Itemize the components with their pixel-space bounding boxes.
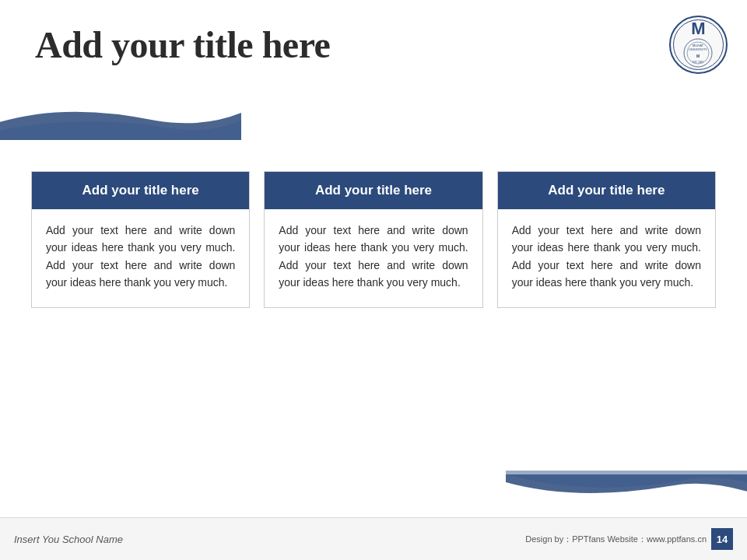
column-2: Add your title here Add your text here a…	[264, 171, 482, 308]
column-3-body-text[interactable]: Add your text here and write down your i…	[512, 222, 701, 292]
footer: Insert You School Name Design by：PPTfans…	[0, 517, 747, 560]
column-3-header-text[interactable]: Add your title here	[548, 183, 665, 198]
top-swoosh-decoration	[0, 78, 249, 140]
column-3: Add your title here Add your text here a…	[497, 171, 716, 308]
columns-container: Add your title here Add your text here a…	[31, 171, 716, 308]
page-number: 14	[711, 528, 733, 550]
footer-right: Design by：PPTfans Website：www.pptfans.cn…	[525, 528, 733, 550]
main-title[interactable]: Add your title here	[35, 23, 330, 66]
logo-subtext: MURAT UNIVERSITY M EST. 2000	[677, 37, 720, 70]
svg-text:M: M	[696, 54, 700, 58]
column-1-header-text[interactable]: Add your title here	[82, 183, 199, 198]
slide: Add your title here M MURAT UNIVERSITY M…	[0, 0, 747, 560]
svg-text:UNIVERSITY: UNIVERSITY	[689, 47, 707, 51]
column-3-body: Add your text here and write down your i…	[498, 209, 715, 307]
credit-text: Design by：PPTfans Website：www.pptfans.cn	[525, 534, 707, 545]
column-1-body: Add your text here and write down your i…	[32, 209, 249, 307]
column-1-body-text[interactable]: Add your text here and write down your i…	[46, 222, 235, 292]
column-1-header: Add your title here	[32, 172, 249, 209]
column-2-header-text[interactable]: Add your title here	[315, 183, 432, 198]
school-name-label[interactable]: Insert You School Name	[14, 534, 123, 545]
column-2-header: Add your title here	[265, 172, 482, 209]
column-2-body-text[interactable]: Add your text here and write down your i…	[279, 222, 468, 292]
bottom-swoosh-decoration	[498, 471, 747, 517]
university-logo: M MURAT UNIVERSITY M EST. 2000	[669, 16, 728, 74]
svg-text:EST. 2000: EST. 2000	[693, 61, 703, 64]
logo-letter: M	[691, 20, 705, 37]
column-3-header: Add your title here	[498, 172, 715, 209]
column-2-body: Add your text here and write down your i…	[265, 209, 482, 307]
column-1: Add your title here Add your text here a…	[31, 171, 250, 308]
